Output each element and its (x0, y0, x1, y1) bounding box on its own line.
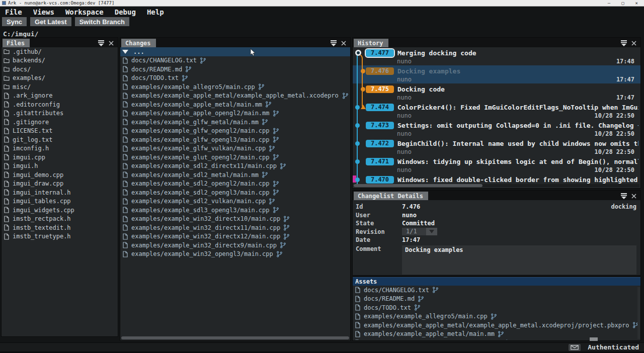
close-panel-icon[interactable] (340, 40, 347, 46)
file-tree-item[interactable]: .gitignore (2, 118, 118, 127)
menu-item[interactable]: Workspace (65, 8, 104, 15)
file-tree-item[interactable]: imstb_textedit.h (2, 223, 118, 232)
asset-file-row[interactable]: docs/README.md (353, 295, 640, 304)
toolbar-button[interactable]: Get Latest (30, 17, 71, 26)
changed-file-row[interactable]: examples/example_win32_opengl3/main.cpp (120, 250, 350, 259)
changed-file-row[interactable]: examples/example_win32_directx9/main.cpp (120, 241, 350, 250)
filter-icon[interactable] (620, 40, 627, 46)
assets-vertical-scrollbar[interactable] (637, 287, 640, 339)
file-tree-item[interactable]: .github/ (2, 47, 118, 56)
mail-icon[interactable] (569, 344, 581, 351)
commit-id-badge[interactable]: 7.477 (366, 49, 394, 57)
changed-file-row[interactable]: docs/CHANGELOG.txt (120, 56, 350, 65)
commit-id-badge[interactable]: 7.476 (366, 67, 394, 75)
changes-root-row[interactable]: ... (120, 47, 350, 56)
comment-textbox[interactable]: Docking examples (402, 245, 636, 275)
asset-file-row[interactable]: examples/example_allegro5/main.cpp (353, 312, 640, 321)
maximize-button[interactable]: ▢ (621, 0, 624, 7)
changed-file-row[interactable]: docs/README.md (120, 65, 350, 74)
menu-item[interactable]: Debug (115, 8, 136, 15)
files-panel-tab[interactable]: Files (3, 39, 30, 47)
scrollbar-handle[interactable] (354, 184, 482, 187)
close-panel-icon[interactable] (630, 193, 637, 199)
menu-item[interactable]: File (5, 8, 22, 15)
scrollbar-handle[interactable] (590, 337, 598, 341)
changed-file-row[interactable]: examples/example_win32_directx11/main.cp… (120, 223, 350, 232)
file-tree-item[interactable]: imconfig.h (2, 144, 118, 153)
history-commit-row[interactable]: 7.475 Docking code nuno 17:47 (353, 83, 640, 102)
toolbar-button[interactable]: Switch Branch (75, 17, 129, 26)
changed-file-row[interactable]: examples/example_sdl2_opengl2/main.cpp (120, 180, 350, 189)
history-commit-row[interactable]: 7.474 ColorPicker4(): Fixed ImGuiColorEd… (353, 102, 640, 120)
commit-id-badge[interactable]: 7.472 (366, 140, 394, 147)
changed-file-row[interactable]: examples/example_sdl3_opengl3/main.cpp (120, 206, 350, 215)
history-panel-tab[interactable]: History (354, 39, 388, 47)
commit-id-badge[interactable]: 7.470 (366, 176, 394, 184)
file-tree-item[interactable]: misc/ (2, 82, 118, 92)
changes-panel-tab[interactable]: Changes (121, 39, 156, 47)
asset-file-row[interactable]: docs/CHANGELOG.txt (353, 286, 640, 295)
changed-file-row[interactable]: examples/example_sdl2_vulkan/main.cpp (120, 197, 350, 206)
changed-file-row[interactable]: examples/example_allegro5/main.cpp (120, 82, 350, 92)
asset-file-row[interactable]: docs/TODO.txt (353, 303, 640, 312)
history-commit-row[interactable]: 7.471 Windows: tidying up skipitems logi… (353, 156, 640, 174)
history-commit-row[interactable]: 7.476 Docking examples nuno 17:47 (353, 65, 640, 83)
file-tree-item[interactable]: imgui_draw.cpp (2, 180, 118, 189)
menu-item[interactable]: Views (33, 8, 54, 15)
filter-icon[interactable] (98, 40, 105, 46)
revision-dropdown-button[interactable] (426, 228, 437, 235)
history-commit-row[interactable]: 7.473 Settings: omit outputing Collapsed… (353, 120, 640, 138)
commit-id-badge[interactable]: 7.473 (366, 122, 394, 129)
changed-file-row[interactable]: examples/example_sdl2_directx11/main.cpp (120, 162, 350, 171)
commit-id-badge[interactable]: 7.471 (366, 158, 394, 165)
history-commit-row[interactable]: 7.470 Windows: fixed double-clicked bord… (353, 174, 640, 184)
file-tree-item[interactable]: backends/ (2, 56, 118, 65)
file-tree-item[interactable]: imgui_widgets.cpp (2, 206, 118, 215)
close-panel-icon[interactable] (108, 40, 115, 46)
filter-icon[interactable] (330, 40, 337, 46)
changed-file-row[interactable]: examples/example_glfw_opengl2/main.cpp (120, 127, 350, 136)
commit-id-badge[interactable]: 7.475 (366, 85, 394, 93)
changed-file-row[interactable]: docs/TODO.txt (120, 74, 350, 83)
details-panel-tab[interactable]: Changelist Details (354, 192, 428, 200)
file-tree-item[interactable]: .editorconfig (2, 100, 118, 109)
file-tree-item[interactable]: docs/ (2, 65, 118, 74)
history-commit-row[interactable]: 7.472 BeginChild(): Internal name used b… (353, 138, 640, 156)
changed-file-row[interactable]: examples/example_apple_opengl2/main.mm (120, 109, 350, 118)
file-tree-item[interactable]: imstb_truetype.h (2, 232, 118, 241)
changed-file-row[interactable]: examples/example_sdl2_opengl3/main.cpp (120, 188, 350, 197)
filter-icon[interactable] (620, 193, 627, 199)
commit-id-badge[interactable]: 7.474 (366, 104, 394, 111)
changed-file-row[interactable]: examples/example_glfw_opengl3/main.cpp (120, 135, 350, 144)
file-tree-item[interactable]: .gitattributes (2, 109, 118, 118)
changed-file-row[interactable]: examples/example_sdl2_metal/main.mm (120, 170, 350, 180)
changed-file-row[interactable]: examples/example_glfw_vulkan/main.cpp (120, 144, 350, 153)
changed-file-row[interactable]: examples/example_apple_metal/main.mm (120, 100, 350, 109)
file-tree-item[interactable]: imgui_demo.cpp (2, 170, 118, 180)
close-window-button[interactable]: ✕ (635, 0, 638, 7)
file-tree-item[interactable]: git_log.txt (2, 135, 118, 144)
file-tree-item[interactable]: imstb_rectpack.h (2, 215, 118, 224)
scrollbar-handle[interactable] (121, 336, 349, 339)
changed-file-row[interactable]: examples/example_win32_directx12/main.cp… (120, 232, 350, 241)
file-tree-item[interactable]: imgui.h (2, 162, 118, 171)
file-tree-item[interactable]: LICENSE.txt (2, 127, 118, 136)
toolbar-button[interactable]: Sync (2, 17, 27, 26)
file-tree-item[interactable]: examples/ (2, 74, 118, 83)
close-panel-icon[interactable] (630, 40, 637, 46)
file-tree-item[interactable]: imgui_internal.h (2, 188, 118, 197)
history-horizontal-scrollbar[interactable] (354, 184, 639, 187)
minimize-button[interactable]: — (608, 0, 610, 7)
file-tree-item[interactable]: imgui_tables.cpp (2, 197, 118, 206)
changed-file-row[interactable]: examples/example_glut_opengl2/main.cpp (120, 153, 350, 162)
menu-item[interactable]: Help (147, 8, 164, 15)
expand-arrow-icon[interactable] (122, 50, 128, 54)
revision-dropdown[interactable]: 1/1 (402, 228, 437, 235)
history-commit-row[interactable]: 7.477 Merging docking code nuno 17:48 (353, 47, 640, 65)
file-tree-item[interactable]: imgui.cpp (2, 153, 118, 162)
changes-horizontal-scrollbar[interactable] (121, 336, 349, 339)
asset-file-row[interactable]: examples/example_apple_metal/example_app… (353, 321, 640, 330)
changed-file-row[interactable]: examples/example_glfw_metal/main.mm (120, 118, 350, 127)
changed-file-row[interactable]: examples/example_win32_directx10/main.cp… (120, 215, 350, 224)
file-tree-item[interactable]: .ark_ignore (2, 92, 118, 101)
